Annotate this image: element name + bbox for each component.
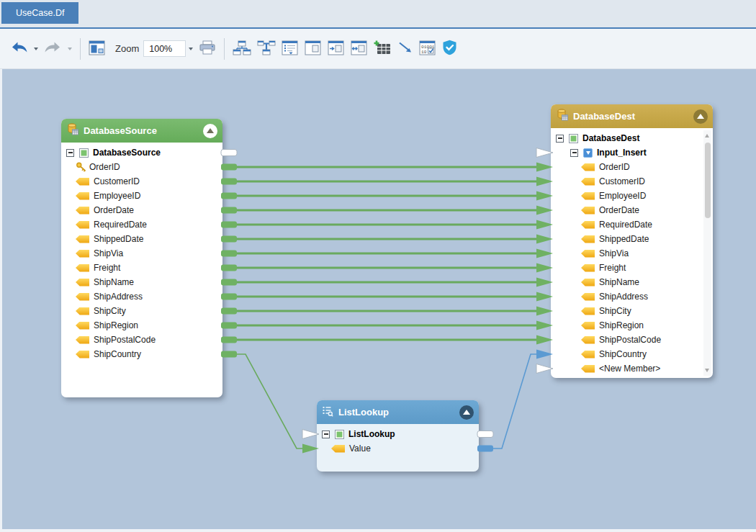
field-icon	[581, 235, 595, 243]
shield-check-icon	[442, 40, 457, 58]
field-icon	[76, 207, 89, 215]
tree-row-freight[interactable]: Freight	[551, 261, 703, 275]
tree-row-shipregion[interactable]: ShipRegion	[551, 318, 703, 333]
verify-dataflow-button[interactable]	[440, 37, 459, 60]
tree-row-orderdate[interactable]: OrderDate	[61, 203, 222, 217]
collapse-node-button[interactable]	[693, 109, 708, 124]
tree-row-freight[interactable]: Freight	[61, 261, 222, 275]
tree-row-shippostalcode[interactable]: ShipPostalCode	[551, 333, 703, 347]
field-label: EmployeeID	[599, 191, 646, 201]
tree-row-employeeid[interactable]: EmployeeID	[551, 189, 703, 203]
zoom-value: 100%	[149, 44, 172, 54]
tree-row-shipaddress[interactable]: ShipAddress	[61, 289, 222, 304]
tree-row-customerid[interactable]: CustomerID	[61, 174, 222, 189]
print-button[interactable]	[197, 37, 218, 60]
field-label: CustomerID	[94, 176, 140, 186]
field-label: DatabaseSource	[93, 148, 161, 158]
field-icon	[581, 178, 595, 186]
svg-text:10: 10	[421, 49, 427, 54]
tree-row-requireddate[interactable]: RequiredDate	[61, 217, 222, 232]
tree-row-shipvia[interactable]: ShipVia	[551, 246, 703, 261]
collapse-node-button[interactable]	[203, 124, 217, 138]
tree-row-input-insert[interactable]: Input_Insert	[551, 145, 703, 160]
field-icon	[581, 250, 595, 258]
tree-row-orderdate[interactable]: OrderDate	[551, 203, 703, 217]
scrollbar-thumb[interactable]	[705, 143, 711, 218]
collapse-expander-icon[interactable]	[570, 149, 578, 157]
undo-dropdown-button[interactable]	[32, 37, 40, 60]
tree-row-shipcity[interactable]: ShipCity	[551, 304, 703, 318]
field-icon	[581, 192, 595, 200]
tree-row-shipaddress[interactable]: ShipAddress	[551, 289, 703, 304]
data-preview-check-button[interactable]: 0100110	[417, 37, 438, 60]
tree-row-shipname[interactable]: ShipName	[551, 275, 703, 289]
tree-row-value[interactable]: Value	[317, 441, 479, 456]
tree-row-shipvia[interactable]: ShipVia	[61, 246, 222, 261]
tree-row-shippeddate[interactable]: ShippedDate	[551, 232, 703, 246]
tree-row-shipregion[interactable]: ShipRegion	[61, 318, 222, 333]
node-databasesource[interactable]: DatabaseSourceDatabaseSourceOrderIDCusto…	[61, 119, 222, 397]
toolbox-panel-button[interactable]	[86, 37, 107, 60]
field-label: ShipVia	[599, 248, 629, 258]
collapse-expander-icon[interactable]	[556, 135, 564, 143]
field-label: ShipCity	[94, 306, 126, 316]
tree-row-shippeddate[interactable]: ShippedDate	[61, 232, 222, 246]
insert-icon	[583, 148, 593, 158]
tree-row-shipcountry[interactable]: ShipCountry	[61, 347, 222, 361]
node-databasedest[interactable]: DatabaseDestDatabaseDestInput_InsertOrde…	[551, 104, 713, 378]
node-title: ListLookup	[338, 407, 459, 418]
auto-layout-vertical-button[interactable]	[255, 37, 278, 60]
node-header[interactable]: DatabaseSource	[61, 119, 222, 143]
node-listlookup[interactable]: ListLookupListLookupValue	[317, 400, 479, 472]
tree-row-databasesource[interactable]: DatabaseSource	[61, 145, 222, 160]
preview-panel-button[interactable]	[302, 37, 324, 60]
field-icon	[581, 207, 595, 215]
field-icon	[76, 264, 89, 272]
tree-row-orderid[interactable]: OrderID	[61, 160, 222, 174]
tree-row-customerid[interactable]: CustomerID	[551, 174, 703, 189]
fit-width-button[interactable]	[348, 37, 370, 60]
zoom-dropdown-button[interactable]	[186, 37, 195, 60]
scroll-up-icon[interactable]	[705, 134, 709, 137]
add-data-grid-button[interactable]	[372, 37, 393, 60]
scroll-down-icon[interactable]	[705, 369, 709, 372]
zoom-select[interactable]: 100%	[143, 40, 186, 57]
node-scrollbar[interactable]	[703, 130, 711, 376]
field-label: OrderID	[89, 162, 120, 172]
toolbar-separator	[224, 38, 225, 60]
node-field-list: DatabaseSourceOrderIDCustomerIDEmployeeI…	[61, 143, 222, 361]
field-icon	[76, 307, 89, 315]
redo-icon	[44, 41, 62, 56]
dataflow-canvas[interactable]: DatabaseSourceDatabaseSourceOrderIDCusto…	[0, 69, 756, 532]
expand-collapse-nodes-button[interactable]	[279, 37, 301, 60]
collapse-expander-icon[interactable]	[66, 149, 74, 157]
tree-row-shipcity[interactable]: ShipCity	[61, 304, 222, 318]
tree-row-employeeid[interactable]: EmployeeID	[61, 189, 222, 203]
tree-row-shippostalcode[interactable]: ShipPostalCode	[61, 333, 222, 347]
zoom-label: Zoom	[115, 43, 139, 54]
tree-row-databasedest[interactable]: DatabaseDest	[551, 131, 703, 145]
field-icon	[76, 178, 89, 186]
field-label: RequiredDate	[94, 220, 147, 230]
undo-button[interactable]	[8, 37, 30, 60]
chevron-down-icon	[68, 48, 72, 50]
field-icon	[581, 365, 595, 373]
tree-row-shipcountry[interactable]: ShipCountry	[551, 347, 703, 361]
node-header[interactable]: ListLookup	[317, 400, 479, 424]
redo-button[interactable]	[42, 37, 64, 60]
tree-row-new-member[interactable]: <New Member>	[551, 361, 703, 376]
table-node-icon	[569, 134, 578, 143]
tree-row-requireddate[interactable]: RequiredDate	[551, 217, 703, 232]
tab-usecase-df[interactable]: UseCase.Df	[1, 2, 78, 24]
align-nodes-button[interactable]	[325, 37, 347, 60]
tree-row-shipname[interactable]: ShipName	[61, 275, 222, 289]
redo-dropdown-button[interactable]	[66, 37, 74, 60]
auto-layout-horizontal-button[interactable]	[230, 37, 253, 60]
node-header[interactable]: DatabaseDest	[551, 104, 713, 128]
tree-row-orderid[interactable]: OrderID	[551, 160, 703, 174]
tree-row-listlookup[interactable]: ListLookup	[317, 427, 479, 441]
node-field-list: DatabaseDestInput_InsertOrderIDCustomerI…	[551, 128, 703, 376]
collapse-node-button[interactable]	[459, 405, 474, 420]
collapse-expander-icon[interactable]	[322, 430, 330, 438]
draw-link-button[interactable]	[395, 37, 415, 60]
